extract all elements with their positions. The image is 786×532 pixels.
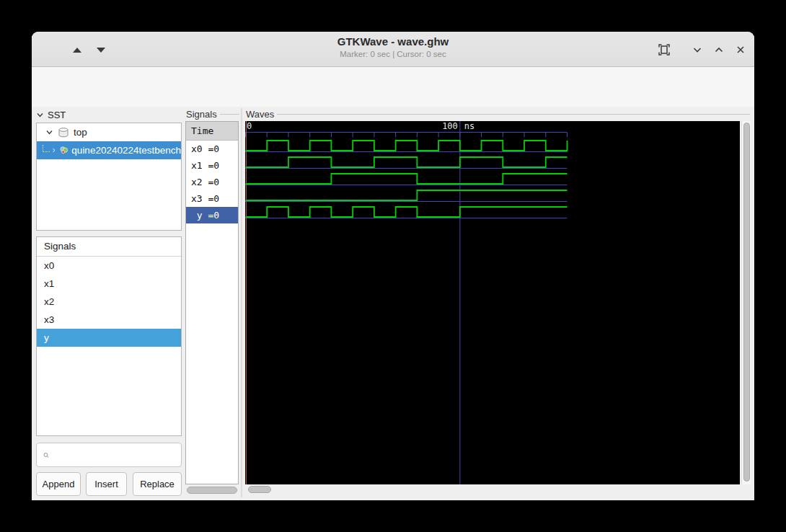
tree-node-top[interactable]: top	[37, 123, 181, 141]
close-button[interactable]	[732, 42, 749, 58]
chevron-down-icon	[691, 43, 704, 56]
append-button[interactable]: Append	[36, 472, 81, 496]
signal-item-x2[interactable]: x2	[37, 293, 181, 311]
scrollbar-thumb[interactable]	[743, 123, 750, 482]
scrollbar-thumb[interactable]	[248, 486, 271, 493]
value-row-x3[interactable]: x3 =0	[186, 190, 238, 207]
svg-text:0: 0	[247, 121, 252, 131]
search-input[interactable]	[54, 450, 181, 461]
toolbar: From: To:	[32, 67, 754, 107]
signal-item-x0[interactable]: x0	[37, 257, 181, 275]
sst-expander[interactable]: SST	[36, 108, 66, 121]
tree-node-label: top	[74, 127, 87, 138]
tree-branch-line	[43, 145, 50, 152]
waveform-plot: 0100ns	[245, 121, 740, 484]
close-icon	[734, 43, 747, 56]
signal-item-x3[interactable]: x3	[37, 311, 181, 329]
signal-values-panel: Time x0 =0 x1 =0 x2 =0 x3 =0 y =0	[185, 121, 239, 484]
value-row-x1[interactable]: x1 =0	[186, 157, 238, 174]
wave-canvas[interactable]: 0100ns	[245, 121, 740, 484]
signal-item-x1[interactable]: x1	[37, 275, 181, 293]
values-horizontal-scrollbar[interactable]	[186, 487, 238, 495]
svg-text:ns: ns	[464, 121, 474, 131]
fit-window-button[interactable]	[655, 42, 673, 58]
signal-search-box[interactable]	[36, 443, 182, 467]
module-icon	[60, 144, 68, 156]
replace-button[interactable]: Replace	[133, 472, 182, 496]
fit-icon	[657, 43, 671, 57]
value-row-y[interactable]: y =0	[186, 207, 238, 223]
sst-tree-panel: top quine20240224testbench	[36, 123, 182, 231]
window-title: GTKWave - wave.ghw	[32, 35, 754, 48]
search-icon	[43, 450, 49, 461]
title-bar: GTKWave - wave.ghw Marker: 0 sec | Curso…	[32, 32, 754, 67]
expander-closed-icon[interactable]	[51, 146, 56, 154]
expander-open-icon[interactable]	[45, 128, 53, 136]
pane-splitter[interactable]	[241, 108, 242, 497]
svg-text:100: 100	[442, 121, 458, 131]
tree-node-testbench[interactable]: quine20240224testbench	[37, 141, 181, 159]
chevron-down-icon	[36, 111, 44, 119]
main-content: SST top quine2024022	[32, 107, 754, 500]
tree-node-label: quine20240224testbench	[71, 145, 181, 156]
chevron-up-icon	[712, 43, 725, 56]
frame-border-line	[277, 114, 750, 115]
waves-frame-label: Waves	[246, 107, 750, 120]
insert-button[interactable]: Insert	[86, 472, 127, 496]
scrollbar-thumb[interactable]	[187, 487, 237, 494]
maximize-button[interactable]	[710, 42, 728, 58]
sst-label: SST	[48, 110, 66, 120]
value-row-x0[interactable]: x0 =0	[186, 141, 238, 157]
signals-list-panel: Signals x0 x1 x2 x3 y	[36, 236, 182, 436]
gtkwave-window: GTKWave - wave.ghw Marker: 0 sec | Curso…	[32, 32, 754, 500]
values-frame-label: Signals	[186, 107, 239, 120]
signal-item-y[interactable]: y	[37, 329, 181, 347]
waves-vertical-scrollbar[interactable]	[741, 121, 751, 484]
marker-cursor-status: Marker: 0 sec | Cursor: 0 sec	[32, 50, 754, 58]
time-header[interactable]: Time	[186, 122, 238, 141]
value-row-x2[interactable]: x2 =0	[186, 174, 238, 190]
frame-border-line	[220, 114, 239, 115]
signals-list-header: Signals	[37, 237, 181, 257]
scope-cylinder-icon	[58, 127, 69, 138]
minimize-button[interactable]	[689, 42, 706, 58]
waves-horizontal-scrollbar[interactable]	[245, 486, 740, 494]
title-block: GTKWave - wave.ghw Marker: 0 sec | Curso…	[32, 35, 754, 58]
